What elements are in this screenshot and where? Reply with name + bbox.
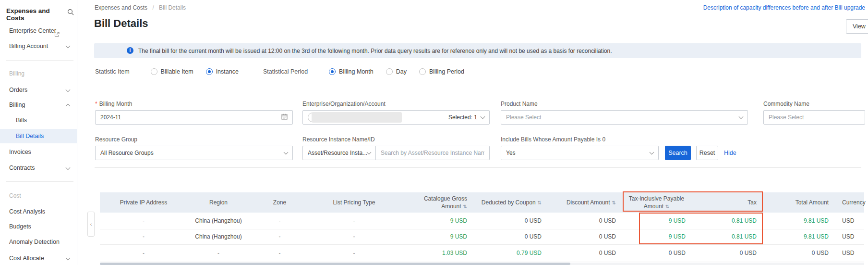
scrollbar-thumb[interactable] [100,263,570,265]
column-header-deducted-by-coupon[interactable]: Deducted by Coupon⇅ [473,192,547,213]
cell-currency: USD [834,244,864,262]
radio-label: Billing Month [339,68,374,75]
sidebar-item-enterprise-center[interactable]: Enterprise Center [0,24,77,38]
calendar-icon [281,114,288,121]
radio-billing-period[interactable]: Billing Period [419,68,464,75]
statistic-item-label: Statistic Item [95,68,130,75]
sidebar-section-billing: Billing [9,67,24,80]
include-zero-bills-select[interactable]: Yes [501,146,659,160]
billing-month-input[interactable]: 2024-11 [95,110,293,125]
bill-details-screen: Expenses and Costs Enterprise Center Bil… [0,0,868,265]
statistical-period-group: Statistical Period Billing Month Day Bil… [263,68,464,75]
cell-tax: 0 USD [691,244,762,262]
sidebar-item-budgets[interactable]: Budgets [0,219,77,234]
cell-deducted-by-coupon: 0 USD [473,229,547,244]
chevron-down-icon [66,165,71,170]
radio-instance[interactable]: Instance [206,68,239,75]
sidebar-item-cost-analysis[interactable]: Cost Analysis [0,204,77,219]
sidebar-item-billing-account[interactable]: Billing Account [0,39,77,53]
sort-icon[interactable]: ⇅ [538,200,542,205]
search-icon[interactable] [67,9,74,17]
chevron-down-icon [66,256,71,261]
radio-billable-item[interactable]: Billable Item [151,68,193,75]
cell-list-pricing-type: - [310,229,398,244]
table-horizontal-scrollbar [100,263,864,265]
cell-total-amount: 0 USD [762,244,834,262]
column-header-catalogue-gross-amount[interactable]: Catalogue Gross Amount⇅ [398,192,473,213]
resource-instance-search-placeholder: Search by Asset/Resource Instance Name [381,150,484,156]
sidebar-item-label: Bills [16,113,27,127]
billing-month-value: 2024-11 [100,114,121,121]
sidebar-collapse-button[interactable]: ‹ [87,212,95,237]
product-name-placeholder: Please Select [506,114,541,121]
section-divider [95,167,861,168]
breadcrumb-expenses-and-costs[interactable]: Expenses and Costs [95,4,147,11]
cell-region: China (Hangzhou) [187,229,250,244]
account-redacted-value [312,112,402,123]
radio-label: Billing Period [429,68,464,75]
radio-label: Day [396,68,407,75]
statistic-item-group: Statistic Item Billable Item Instance [95,68,239,75]
sidebar: Expenses and Costs Enterprise Center Bil… [0,0,77,265]
sidebar-item-label: Cost Analysis [9,204,45,219]
cell-catalogue-gross-amount: 9 USD [398,213,473,229]
cell-zone: - [250,244,310,262]
capacity-difference-link[interactable]: Description of capacity differences befo… [703,4,865,11]
sidebar-item-orders[interactable]: Orders [0,83,77,97]
resource-instance-search-input[interactable]: Search by Asset/Resource Instance Name [375,146,490,160]
account-selected-count: Selected: 1 [448,114,477,121]
product-name-select[interactable]: Please Select [501,110,748,125]
account-label: Enterprise/Organization/Account [302,101,386,107]
cell-private-ip: - [100,213,187,229]
column-header-region: Region [187,192,250,213]
sidebar-item-anomaly-detection[interactable]: Anomaly Detection [0,235,77,249]
column-header-total-amount: Total Amount [762,192,834,213]
sort-icon[interactable]: ⇅ [463,204,467,209]
radio-icon [386,68,393,75]
hide-filters-link[interactable]: Hide [724,150,736,156]
sidebar-title: Expenses and Costs [6,7,69,22]
table-header-row: Private IP Address Region Zone List Pric… [100,192,864,213]
cell-discount-amount: 0 USD [547,213,622,229]
sidebar-item-invoices[interactable]: Invoices [0,145,77,159]
cell-list-pricing-type: - [310,213,398,229]
sidebar-item-contracts[interactable]: Contracts [0,161,77,175]
cell-private-ip: - [100,244,187,262]
statistical-period-label: Statistical Period [263,68,308,75]
sidebar-item-label: Orders [9,83,27,97]
cell-zone: - [250,213,310,229]
reset-button[interactable]: Reset [696,146,718,160]
cell-currency: USD [834,213,864,229]
sidebar-item-billing[interactable]: Billing [0,98,77,112]
resource-instance-type-select[interactable]: Asset/Resource Insta... [302,146,375,160]
chevron-down-icon [650,150,654,155]
column-header-private-ip-address: Private IP Address [100,192,187,213]
column-header-tax-inclusive-payable-amount[interactable]: Tax-inclusive Payable Amount⇅ [622,192,691,213]
resource-group-select[interactable]: All Resource Groups [95,146,293,160]
sort-icon[interactable]: ⇅ [665,204,669,209]
chevron-down-icon [739,114,744,119]
chevron-down-icon [481,114,485,119]
account-selector[interactable]: Selected: 1 [302,110,490,125]
product-name-label: Product Name [501,101,538,107]
include-zero-bills-label: Include Bills Whose Amount Payable Is 0 [501,136,605,143]
view-button[interactable]: View [846,19,868,34]
sidebar-section-cost: Cost [9,189,21,202]
sidebar-item-bills[interactable]: Bills [0,113,77,127]
chevron-down-icon [284,150,289,155]
sort-icon[interactable]: ⇅ [612,200,616,205]
commodity-name-placeholder: Please Select [769,114,804,121]
sidebar-item-bill-details[interactable]: Bill Details [0,129,77,143]
info-banner-text: The final bill for the current month wil… [138,48,612,54]
resource-group-value: All Resource Groups [100,150,154,156]
commodity-name-select[interactable]: Please Select [763,110,865,125]
sidebar-item-label: Contracts [9,161,35,175]
breadcrumb-bill-details: Bill Details [159,4,186,11]
radio-day[interactable]: Day [386,68,407,75]
cell-tax-inclusive-payable-amount: 0 USD [622,244,691,262]
radio-billing-month[interactable]: Billing Month [329,68,374,75]
cell-tax-inclusive-payable-amount: 9 USD [622,229,691,244]
search-button[interactable]: Search [665,146,691,160]
sidebar-item-cost-allocate[interactable]: Cost Allocate [0,251,77,265]
column-header-discount-amount[interactable]: Discount Amount⇅ [547,192,622,213]
